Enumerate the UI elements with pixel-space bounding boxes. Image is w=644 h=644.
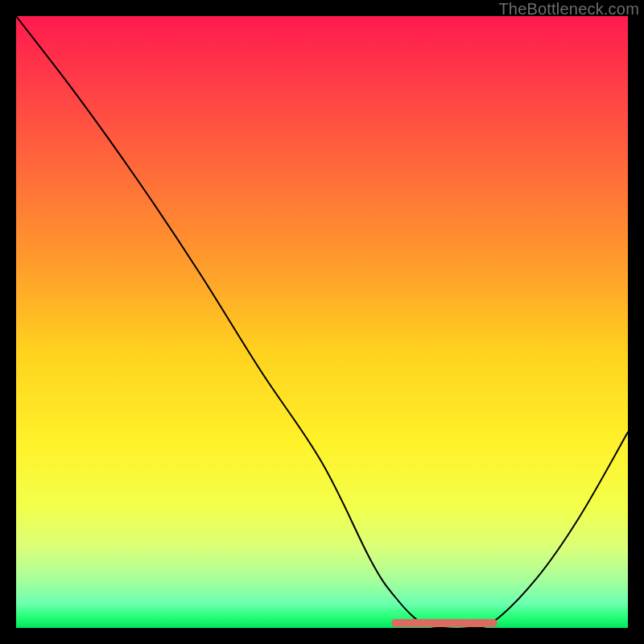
bottleneck-chart-svg (16, 16, 628, 628)
bottleneck-curve (16, 16, 628, 629)
plot-area (16, 16, 628, 628)
chart-frame: TheBottleneck.com (0, 0, 644, 644)
